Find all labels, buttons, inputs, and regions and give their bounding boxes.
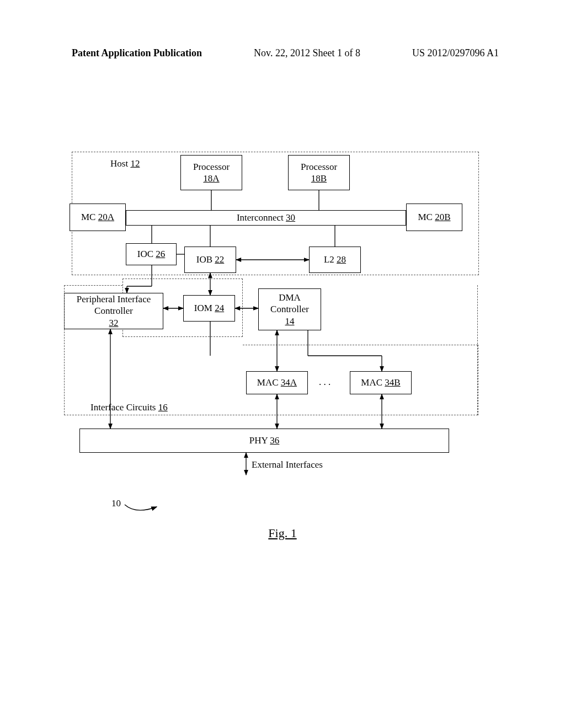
header-left: Patent Application Publication — [72, 47, 202, 59]
figure-caption: Fig. 1 — [0, 526, 565, 540]
header-right: US 2012/0297096 A1 — [412, 47, 499, 59]
header-center: Nov. 22, 2012 Sheet 1 of 8 — [254, 47, 360, 59]
connector-lines — [72, 152, 480, 549]
figure-1-diagram: Host 12 Processor18A Processor18B MC 20A… — [72, 152, 480, 549]
